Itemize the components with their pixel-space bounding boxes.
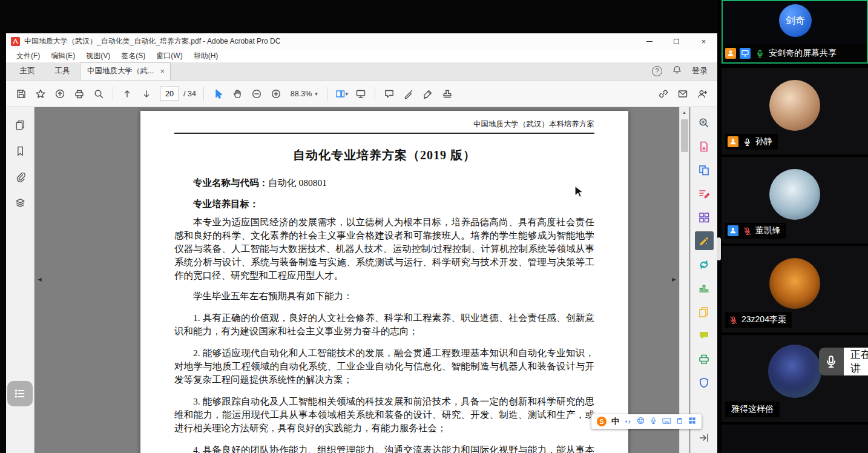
add-account-button[interactable] [693,85,711,103]
highlight-tool-button[interactable] [399,85,418,103]
participant-name-bar: 孙静 [725,134,778,150]
email-button[interactable] [674,85,692,103]
layers-icon[interactable] [11,194,30,213]
page-thumbnails-icon[interactable] [11,116,30,134]
save-button[interactable] [12,85,30,103]
collapse-left-panel-icon[interactable]: ◄ [36,276,43,283]
zoom-out-button[interactable] [248,85,266,103]
participant-name: 孙静 [755,136,772,147]
fill-sign-tool-icon[interactable] [695,231,714,250]
menu-window[interactable]: 窗口(W) [151,50,188,62]
measure-tool-icon[interactable] [695,279,714,297]
participant-tile[interactable]: 23z204李栗 [722,246,868,332]
sign-tool-button[interactable] [419,85,437,103]
ime-keyboard-icon[interactable] [662,416,671,427]
bookmarks-icon[interactable] [11,142,30,160]
edit-pdf-tool-icon[interactable] [695,184,714,203]
ime-punctuation-icon[interactable] [624,416,632,427]
paragraph: 1. 具有正确的价值观，良好的人文社会修养、科学和工程素养、职业道德、社会责任感… [174,311,594,338]
microphone-muted-icon [741,225,752,236]
tab-home[interactable]: 主页 [10,62,45,80]
menu-view[interactable]: 视图(V) [81,50,116,62]
vertical-scrollbar[interactable]: ▲ [679,107,689,453]
share-button[interactable] [51,85,69,103]
ime-emoji-icon[interactable] [637,416,645,427]
organize-pages-tool-icon[interactable] [695,208,714,226]
tools-rail [690,107,717,453]
copy-pages-tool-icon[interactable] [695,302,714,321]
scroll-up-icon[interactable]: ▲ [680,107,689,117]
ime-toolbox-icon[interactable] [688,416,696,427]
screen-share-area: 中国地质大学（武汉）_自动化类_自动化_培养方案.pdf - Adobe Acr… [0,0,718,453]
expand-tools-pane-icon[interactable] [695,428,714,447]
close-button[interactable]: × [690,33,717,50]
hand-tool-button[interactable] [228,85,246,103]
toolbar-separator [203,87,204,101]
tab-tools[interactable]: 工具 [45,62,80,80]
minimize-button[interactable] [636,33,663,50]
notifications-bell-icon[interactable] [672,65,682,77]
link-button[interactable] [654,85,672,103]
menu-sign[interactable]: 签名(S) [116,50,151,62]
sidebar-drag-handle[interactable] [717,237,721,260]
annotation-list-button[interactable] [7,381,33,406]
avatar [769,169,820,220]
send-for-review-tool-icon[interactable] [695,255,714,274]
microphone-muted-icon [728,314,738,325]
page-number-input[interactable] [160,87,179,101]
page-display-button[interactable]: ▾ [332,85,350,103]
avatar [768,345,821,398]
print-button[interactable] [70,85,88,103]
microphone-icon [819,348,844,375]
menu-edit[interactable]: 编辑(E) [45,50,81,62]
collapse-right-panel-icon[interactable]: ► [671,276,677,283]
participant-tile[interactable]: 剑奇 安剑奇的屏幕共享 [722,0,868,64]
page-running-header: 中国地质大学（武汉）本科培养方案 [174,119,594,134]
participant-tile[interactable] [722,425,868,453]
protect-tool-icon[interactable] [695,373,714,392]
participant-tile[interactable]: 孙静 [722,68,868,154]
participant-role-icon [725,48,736,59]
input-method-bar[interactable]: S 中 [591,414,702,429]
ime-clipboard-icon[interactable] [676,416,683,427]
help-icon[interactable]: ? [652,66,662,76]
participant-name: 董凯锋 [755,225,781,236]
attachments-icon[interactable] [11,168,30,187]
scan-ocr-tool-icon[interactable] [695,349,714,368]
participant-name: 安剑奇的屏幕共享 [769,48,837,59]
tab-document-label: 中国地质大学（武... [87,66,154,76]
participants-sidebar: 剑奇 安剑奇的屏幕共享 孙静 董凯锋 [722,0,868,453]
comment-tool-icon[interactable] [695,326,714,345]
marquee-zoom-tool-icon[interactable] [695,113,714,132]
find-button[interactable] [90,85,108,103]
sign-in-button[interactable]: 登录 [692,65,708,76]
restore-button[interactable] [663,33,690,50]
comment-tool-button[interactable] [380,85,398,103]
scrollbar-thumb[interactable] [681,119,688,152]
participant-name-bar: 23z204李栗 [725,312,792,328]
next-page-button[interactable] [137,85,156,103]
favorites-star-button[interactable] [31,85,50,103]
objective-heading: 专业培养目标： [174,198,594,211]
tab-close-icon[interactable]: × [160,67,165,75]
tab-document[interactable]: 中国地质大学（武... × [80,62,171,80]
participant-tile[interactable]: 董凯锋 [722,157,868,243]
avatar: 剑奇 [779,4,812,37]
microphone-on-icon [741,136,752,147]
mouse-cursor [574,185,586,201]
create-pdf-tool-icon[interactable] [695,137,714,156]
zoom-level-dropdown[interactable]: 88.3% ▾ [286,90,322,98]
select-tool-button[interactable] [209,85,227,103]
presentation-mode-button[interactable] [352,85,370,103]
ime-mode-toggle[interactable]: 中 [611,416,619,427]
combine-files-tool-icon[interactable] [695,160,714,179]
stamp-tool-button[interactable] [438,85,456,103]
major-code-label: 专业名称与代码： [193,177,268,188]
zoom-in-button[interactable] [267,85,285,103]
ime-voice-icon[interactable] [649,416,657,427]
participant-name: 23z204李栗 [741,314,786,325]
sogou-logo-icon[interactable]: S [597,417,607,426]
menu-file[interactable]: 文件(F) [11,50,45,62]
previous-page-button[interactable] [118,85,136,103]
menu-help[interactable]: 帮助(H) [188,50,224,62]
